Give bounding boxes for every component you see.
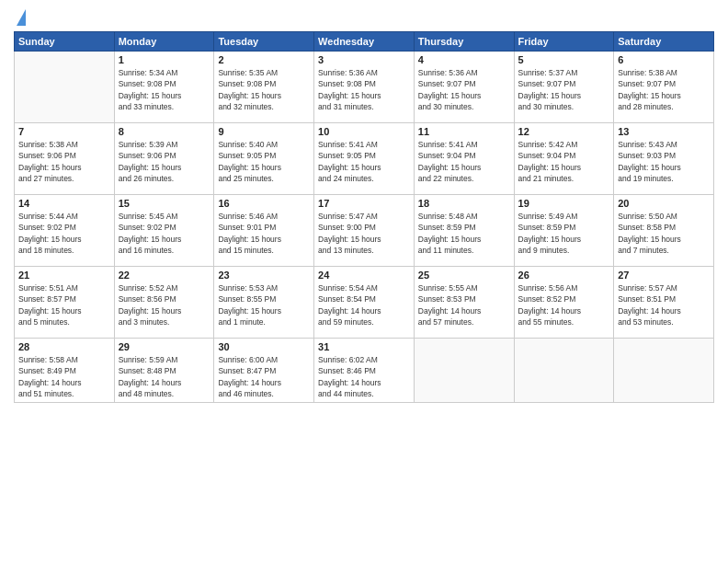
day-info: Sunrise: 5:52 AMSunset: 8:56 PMDaylight:… (119, 282, 210, 327)
weekday-header-sunday: Sunday (15, 32, 115, 52)
calendar-cell: 24Sunrise: 5:54 AMSunset: 8:54 PMDayligh… (314, 267, 415, 339)
day-info: Sunrise: 5:50 AMSunset: 8:58 PMDaylight:… (618, 211, 710, 256)
day-info: Sunrise: 5:41 AMSunset: 9:05 PMDaylight:… (318, 139, 410, 184)
calendar-cell: 19Sunrise: 5:49 AMSunset: 8:59 PMDayligh… (514, 195, 614, 267)
day-info: Sunrise: 5:39 AMSunset: 9:06 PMDaylight:… (119, 139, 210, 184)
day-info: Sunrise: 5:38 AMSunset: 9:06 PMDaylight:… (18, 139, 110, 184)
day-info: Sunrise: 5:38 AMSunset: 9:07 PMDaylight:… (618, 67, 710, 112)
day-info: Sunrise: 5:36 AMSunset: 9:07 PMDaylight:… (418, 67, 510, 112)
day-number: 3 (318, 54, 410, 65)
calendar-cell: 14Sunrise: 5:44 AMSunset: 9:02 PMDayligh… (15, 195, 115, 267)
day-info: Sunrise: 5:59 AMSunset: 8:48 PMDaylight:… (119, 354, 210, 399)
calendar-cell: 10Sunrise: 5:41 AMSunset: 9:05 PMDayligh… (314, 123, 415, 195)
day-info: Sunrise: 5:42 AMSunset: 9:04 PMDaylight:… (518, 139, 610, 184)
day-number: 25 (418, 270, 510, 281)
calendar-cell: 20Sunrise: 5:50 AMSunset: 8:58 PMDayligh… (614, 195, 714, 267)
day-number: 5 (518, 54, 610, 65)
day-number: 28 (18, 341, 110, 352)
calendar-cell: 30Sunrise: 6:00 AMSunset: 8:47 PMDayligh… (214, 339, 314, 403)
day-info: Sunrise: 5:34 AMSunset: 9:08 PMDaylight:… (119, 67, 210, 112)
calendar-cell: 11Sunrise: 5:41 AMSunset: 9:04 PMDayligh… (414, 123, 514, 195)
day-number: 11 (418, 126, 510, 137)
calendar-cell: 12Sunrise: 5:42 AMSunset: 9:04 PMDayligh… (514, 123, 614, 195)
day-info: Sunrise: 6:00 AMSunset: 8:47 PMDaylight:… (218, 354, 310, 399)
calendar-cell (514, 339, 614, 403)
day-number: 4 (418, 54, 510, 65)
day-info: Sunrise: 5:47 AMSunset: 9:00 PMDaylight:… (318, 211, 410, 256)
day-number: 14 (18, 198, 110, 209)
day-info: Sunrise: 5:36 AMSunset: 9:08 PMDaylight:… (318, 67, 410, 112)
day-info: Sunrise: 5:45 AMSunset: 9:02 PMDaylight:… (119, 211, 210, 256)
day-number: 29 (119, 341, 210, 352)
day-number: 23 (218, 270, 310, 281)
calendar-cell: 25Sunrise: 5:55 AMSunset: 8:53 PMDayligh… (414, 267, 514, 339)
calendar-cell: 15Sunrise: 5:45 AMSunset: 9:02 PMDayligh… (114, 195, 214, 267)
header (14, 9, 714, 26)
day-number: 12 (518, 126, 610, 137)
weekday-header-wednesday: Wednesday (314, 32, 415, 52)
day-info: Sunrise: 6:02 AMSunset: 8:46 PMDaylight:… (318, 354, 410, 399)
weekday-header-row: SundayMondayTuesdayWednesdayThursdayFrid… (15, 32, 714, 52)
day-number: 2 (218, 54, 310, 65)
day-number: 6 (618, 54, 710, 65)
calendar-cell: 27Sunrise: 5:57 AMSunset: 8:51 PMDayligh… (614, 267, 714, 339)
day-number: 21 (18, 270, 110, 281)
logo (14, 9, 26, 26)
calendar-cell: 5Sunrise: 5:37 AMSunset: 9:07 PMDaylight… (514, 52, 614, 123)
weekday-header-tuesday: Tuesday (214, 32, 314, 52)
day-info: Sunrise: 5:58 AMSunset: 8:49 PMDaylight:… (18, 354, 110, 399)
calendar-cell: 3Sunrise: 5:36 AMSunset: 9:08 PMDaylight… (314, 52, 415, 123)
weekday-header-monday: Monday (114, 32, 214, 52)
calendar-cell: 23Sunrise: 5:53 AMSunset: 8:55 PMDayligh… (214, 267, 314, 339)
calendar-cell: 2Sunrise: 5:35 AMSunset: 9:08 PMDaylight… (214, 52, 314, 123)
day-number: 10 (318, 126, 410, 137)
day-number: 27 (618, 270, 710, 281)
calendar-cell: 31Sunrise: 6:02 AMSunset: 8:46 PMDayligh… (314, 339, 415, 403)
day-info: Sunrise: 5:40 AMSunset: 9:05 PMDaylight:… (218, 139, 310, 184)
day-number: 18 (418, 198, 510, 209)
calendar-cell: 28Sunrise: 5:58 AMSunset: 8:49 PMDayligh… (15, 339, 115, 403)
day-info: Sunrise: 5:53 AMSunset: 8:55 PMDaylight:… (218, 282, 310, 327)
day-info: Sunrise: 5:55 AMSunset: 8:53 PMDaylight:… (418, 282, 510, 327)
day-info: Sunrise: 5:56 AMSunset: 8:52 PMDaylight:… (518, 282, 610, 327)
day-number: 13 (618, 126, 710, 137)
calendar-cell: 26Sunrise: 5:56 AMSunset: 8:52 PMDayligh… (514, 267, 614, 339)
week-row-4: 21Sunrise: 5:51 AMSunset: 8:57 PMDayligh… (15, 267, 714, 339)
logo-icon (17, 9, 26, 26)
calendar-cell: 29Sunrise: 5:59 AMSunset: 8:48 PMDayligh… (114, 339, 214, 403)
day-number: 30 (218, 341, 310, 352)
calendar-cell: 7Sunrise: 5:38 AMSunset: 9:06 PMDaylight… (15, 123, 115, 195)
day-info: Sunrise: 5:41 AMSunset: 9:04 PMDaylight:… (418, 139, 510, 184)
day-number: 16 (218, 198, 310, 209)
calendar: SundayMondayTuesdayWednesdayThursdayFrid… (14, 31, 714, 403)
calendar-cell: 22Sunrise: 5:52 AMSunset: 8:56 PMDayligh… (114, 267, 214, 339)
calendar-cell: 18Sunrise: 5:48 AMSunset: 8:59 PMDayligh… (414, 195, 514, 267)
calendar-cell: 17Sunrise: 5:47 AMSunset: 9:00 PMDayligh… (314, 195, 415, 267)
week-row-5: 28Sunrise: 5:58 AMSunset: 8:49 PMDayligh… (15, 339, 714, 403)
day-number: 8 (119, 126, 210, 137)
day-number: 24 (318, 270, 410, 281)
day-number: 15 (119, 198, 210, 209)
weekday-header-saturday: Saturday (614, 32, 714, 52)
weekday-header-thursday: Thursday (414, 32, 514, 52)
week-row-1: 1Sunrise: 5:34 AMSunset: 9:08 PMDaylight… (15, 52, 714, 123)
calendar-cell: 13Sunrise: 5:43 AMSunset: 9:03 PMDayligh… (614, 123, 714, 195)
calendar-cell: 8Sunrise: 5:39 AMSunset: 9:06 PMDaylight… (114, 123, 214, 195)
calendar-cell: 9Sunrise: 5:40 AMSunset: 9:05 PMDaylight… (214, 123, 314, 195)
calendar-cell: 1Sunrise: 5:34 AMSunset: 9:08 PMDaylight… (114, 52, 214, 123)
calendar-cell (15, 52, 115, 123)
day-number: 17 (318, 198, 410, 209)
day-info: Sunrise: 5:43 AMSunset: 9:03 PMDaylight:… (618, 139, 710, 184)
calendar-cell: 4Sunrise: 5:36 AMSunset: 9:07 PMDaylight… (414, 52, 514, 123)
day-info: Sunrise: 5:49 AMSunset: 8:59 PMDaylight:… (518, 211, 610, 256)
weekday-header-friday: Friday (514, 32, 614, 52)
day-info: Sunrise: 5:48 AMSunset: 8:59 PMDaylight:… (418, 211, 510, 256)
day-info: Sunrise: 5:46 AMSunset: 9:01 PMDaylight:… (218, 211, 310, 256)
day-info: Sunrise: 5:54 AMSunset: 8:54 PMDaylight:… (318, 282, 410, 327)
day-number: 1 (119, 54, 210, 65)
calendar-cell: 16Sunrise: 5:46 AMSunset: 9:01 PMDayligh… (214, 195, 314, 267)
day-number: 26 (518, 270, 610, 281)
day-info: Sunrise: 5:57 AMSunset: 8:51 PMDaylight:… (618, 282, 710, 327)
calendar-cell (414, 339, 514, 403)
day-number: 22 (119, 270, 210, 281)
